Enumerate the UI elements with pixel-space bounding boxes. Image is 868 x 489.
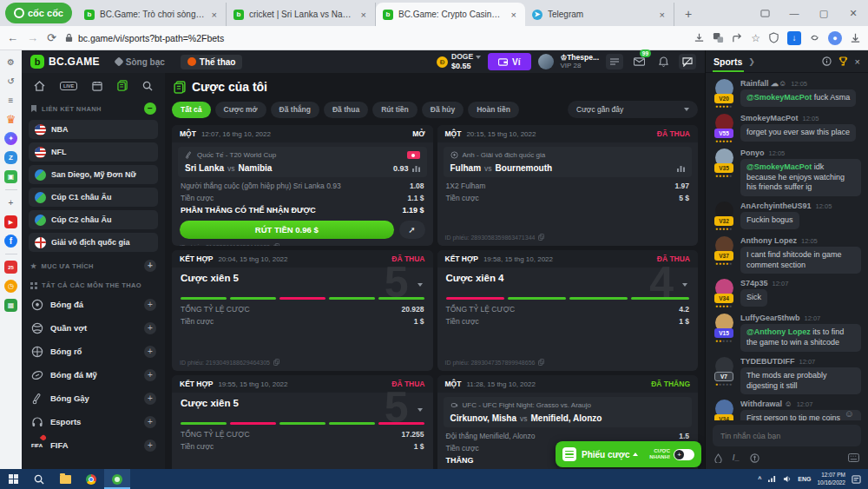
bcgame-logo[interactable]: b BC.GAME [30, 55, 100, 69]
sidebar-item-cricket[interactable]: Bóng Gậy + [22, 387, 165, 410]
match-info[interactable]: Quốc Tế - T20 World Cup Sri Lanka vs Nam… [178, 147, 427, 177]
filter-refund[interactable]: Hoàn tiền [468, 102, 519, 118]
filter-lost[interactable]: Đã thua [324, 102, 368, 118]
browser-tab[interactable]: ➤ Telegram × [525, 3, 674, 26]
sidebar-item-san-diego[interactable]: San Diego, Mỹ Đơn Nữ [29, 165, 158, 184]
home-icon[interactable] [34, 81, 45, 91]
chat-expand-icon[interactable]: ❯ [748, 57, 755, 66]
coccoc-taskbar-icon[interactable] [104, 469, 130, 489]
window-close-button[interactable]: ✕ [838, 0, 868, 26]
shop-shortcut-icon[interactable]: ▦ [4, 299, 17, 312]
adblock-shield-icon[interactable] [768, 32, 779, 43]
sidebar-item-cup-c1[interactable]: Cúp C1 châu Âu [29, 188, 158, 207]
sidebar-item-cup-c2[interactable]: Cúp C2 châu Âu [29, 210, 158, 229]
stats-chart-icon[interactable] [677, 165, 685, 172]
browser-tab[interactable]: b cricket | Sri Lanka vs Namibi × [227, 3, 376, 26]
filter-won[interactable]: Đã thắng [271, 102, 319, 118]
messenger-icon[interactable]: ✦ [4, 132, 17, 145]
user-info[interactable]: ♔Thespe... VIP 28 [561, 54, 599, 70]
gif-keyboard-icon[interactable] [848, 453, 859, 462]
share-bet-button[interactable]: ➚ [399, 221, 425, 239]
match-info[interactable]: UFC - UFC Fight Night: Grasso vs. Araujo… [444, 397, 693, 427]
chevron-down-icon[interactable] [682, 283, 687, 287]
window-minimize-button[interactable]: — [779, 0, 809, 26]
copy-icon[interactable] [538, 234, 544, 241]
bookmark-star-icon[interactable]: ☆ [751, 32, 760, 44]
emoji-icon[interactable]: ☺ [845, 408, 854, 419]
chat-username[interactable]: AnArchyintheUS91 [740, 202, 812, 210]
currency-selector[interactable]: Đ DOGE $0.55 [437, 53, 481, 70]
notification-center-icon[interactable] [852, 475, 861, 484]
copy-icon[interactable] [538, 359, 544, 366]
url-bar[interactable]: bc.game/vi/sports?bt-path=%2Fbets [65, 33, 685, 43]
trophy-icon[interactable] [838, 56, 848, 66]
chat-close-icon[interactable]: × [855, 56, 860, 67]
chat-tab-sports[interactable]: Sports [713, 56, 742, 67]
nav-casino[interactable]: Sòng bạc [108, 55, 172, 69]
volume-icon[interactable] [783, 475, 792, 483]
language-indicator[interactable]: ENG [798, 476, 811, 482]
youtube-icon[interactable]: ▶ [4, 215, 17, 228]
expand-plus-button[interactable]: + [144, 346, 156, 358]
expand-plus-button[interactable]: + [144, 439, 156, 452]
sidebar-item-esports[interactable]: Esports + [22, 410, 165, 433]
coccoc-menu-button[interactable]: cốc cốc [5, 3, 72, 23]
browser-tab[interactable]: b BC.Game: Trò chơi sòng bạc × [77, 3, 227, 26]
games-icon[interactable]: ▣ [4, 170, 17, 183]
live-icon[interactable]: LIVE [60, 82, 77, 90]
chat-username[interactable]: Ponyo [740, 149, 765, 157]
quick-bet-toggle[interactable] [674, 449, 694, 460]
add-shortcut-icon[interactable]: + [4, 196, 17, 209]
tab-close-icon[interactable]: × [359, 10, 368, 20]
crown-icon[interactable]: ♛ [4, 113, 17, 126]
bet-list-icon[interactable] [606, 54, 623, 69]
tab-close-icon[interactable]: × [210, 10, 219, 20]
expand-plus-button[interactable]: + [144, 299, 156, 311]
sidebar-item-tennis[interactable]: Quần vợt + [22, 316, 165, 340]
combo-header[interactable]: Cược xiên 4 4 [437, 268, 699, 283]
filter-cashout[interactable]: Rút tiền [372, 102, 418, 118]
chevron-down-icon[interactable] [418, 283, 423, 287]
history-icon[interactable]: ↺ [4, 75, 17, 88]
sidebar-item-nfl[interactable]: NFL [29, 142, 158, 162]
back-icon[interactable]: ← [7, 31, 18, 44]
chat-username[interactable]: Withdrawal ☺ [740, 400, 792, 408]
chat-username[interactable]: S74p35 [740, 279, 768, 287]
my-bets-icon[interactable] [117, 80, 128, 91]
profile-avatar-icon[interactable]: ● [828, 31, 842, 45]
expand-plus-button[interactable]: + [144, 393, 156, 405]
betslip-button[interactable]: Phiếu cược CƯỢCNHANH! [556, 441, 701, 467]
stats-chart-icon[interactable] [412, 165, 420, 172]
browser-tab-active[interactable]: b BC.Game: Crypto Casino Ga × [376, 3, 525, 26]
tab-close-icon[interactable]: × [658, 10, 667, 20]
download-extension-icon[interactable]: ↓ [787, 31, 801, 45]
copy-icon[interactable] [273, 359, 279, 366]
mail-icon[interactable]: 99 [630, 54, 648, 69]
filter-cancelled[interactable]: Đã hủy [422, 102, 464, 118]
sidebar-item-football[interactable]: Bóng đá + [22, 293, 165, 316]
tip-rain-icon[interactable] [714, 453, 722, 463]
notifications-bell-icon[interactable] [654, 54, 672, 69]
collapse-button[interactable]: − [144, 102, 156, 115]
calendar-shortcut-icon[interactable]: 25 [4, 261, 17, 274]
tab-close-icon[interactable]: × [510, 10, 518, 20]
tray-expand-icon[interactable]: ^ [758, 476, 761, 482]
chat-toggle-icon[interactable] [679, 54, 696, 69]
refresh-icon[interactable]: ⟳ [47, 31, 56, 44]
chat-username[interactable]: SmokeyMacPot [740, 114, 799, 122]
clock-shortcut-icon[interactable]: ◷ [4, 280, 17, 293]
forward-icon[interactable]: → [27, 31, 38, 44]
chrome-icon[interactable] [78, 469, 104, 489]
file-explorer-icon[interactable] [52, 469, 78, 489]
zalo-icon[interactable]: Z [4, 151, 17, 164]
network-icon[interactable] [767, 475, 777, 483]
save-page-icon[interactable] [694, 32, 705, 43]
reading-list-icon[interactable]: ≡ [4, 94, 17, 107]
chat-username[interactable]: Anthony Lopez [740, 236, 797, 245]
taskbar-clock[interactable]: 12:07 PM 10/16/2022 [817, 472, 845, 486]
copy-icon[interactable] [273, 243, 279, 246]
filter-all[interactable]: Tất cả [172, 102, 211, 118]
chat-username[interactable]: LuffyGear5thwb [740, 314, 800, 322]
chat-username[interactable]: TYDEBUTDIFF [740, 357, 795, 366]
sort-dropdown[interactable]: Cược gần đây [568, 101, 698, 118]
